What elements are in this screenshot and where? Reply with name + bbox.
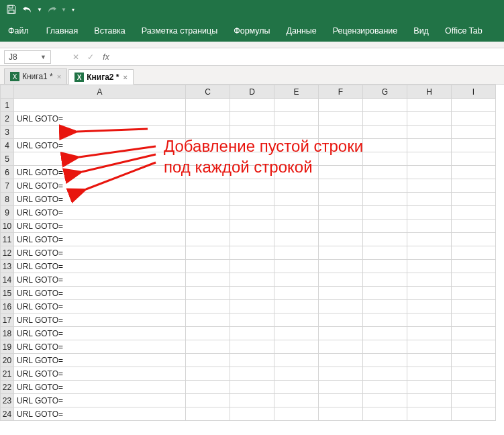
cell[interactable] [363, 381, 407, 394]
cell[interactable] [274, 327, 319, 340]
cell[interactable] [186, 273, 230, 287]
row-header[interactable]: 11 [1, 233, 14, 246]
cell[interactable] [363, 367, 407, 381]
cell[interactable] [319, 394, 363, 407]
cell[interactable]: URL GOTO= [14, 112, 186, 126]
cell[interactable] [407, 126, 452, 139]
cell[interactable] [363, 340, 407, 354]
cell[interactable] [319, 260, 363, 273]
cell[interactable] [274, 260, 319, 273]
cell[interactable] [319, 287, 363, 300]
cell[interactable] [452, 193, 496, 206]
workbook-tab-2[interactable]: X Книга2 * × [68, 69, 134, 85]
row-header[interactable]: 3 [1, 126, 14, 139]
cell[interactable] [319, 327, 363, 340]
cell[interactable]: URL GOTO= [14, 220, 186, 233]
cell[interactable] [452, 152, 496, 166]
cell[interactable] [230, 246, 274, 260]
cell[interactable] [274, 99, 319, 112]
cell[interactable] [407, 313, 452, 327]
cell[interactable] [407, 179, 452, 193]
cell[interactable] [407, 354, 452, 367]
cell[interactable] [452, 394, 496, 407]
row-header[interactable]: 14 [1, 273, 14, 287]
cell[interactable] [274, 381, 319, 394]
cell[interactable] [230, 367, 274, 381]
tab-view[interactable]: Вид [405, 21, 437, 42]
cell[interactable] [319, 354, 363, 367]
cell[interactable] [319, 407, 363, 421]
cell[interactable] [230, 112, 274, 126]
cell[interactable] [186, 327, 230, 340]
cell[interactable] [230, 394, 274, 407]
row-header[interactable]: 7 [1, 179, 14, 193]
undo-icon[interactable] [20, 2, 35, 17]
cell[interactable] [274, 179, 319, 193]
close-icon[interactable]: × [57, 72, 61, 81]
cell[interactable]: URL GOTO= [14, 407, 186, 421]
tab-page-layout[interactable]: Разметка страницы [134, 21, 225, 42]
cell[interactable]: URL GOTO= [14, 139, 186, 152]
cell[interactable] [274, 112, 319, 126]
row-header[interactable]: 17 [1, 313, 14, 327]
cell[interactable] [274, 287, 319, 300]
cell[interactable] [407, 273, 452, 287]
row-header[interactable]: 24 [1, 407, 14, 421]
save-icon[interactable] [4, 2, 19, 17]
cell[interactable]: URL GOTO= [14, 206, 186, 220]
cell[interactable] [407, 220, 452, 233]
cell[interactable]: URL GOTO= [14, 233, 186, 246]
cell[interactable] [230, 407, 274, 421]
cell[interactable] [363, 327, 407, 340]
cell[interactable] [452, 367, 496, 381]
cell[interactable] [230, 193, 274, 206]
cell[interactable] [363, 112, 407, 126]
col-header-E[interactable]: E [274, 85, 319, 99]
col-header-C[interactable]: C [186, 85, 230, 99]
name-box-dropdown-icon[interactable]: ▼ [40, 54, 46, 60]
cell[interactable] [230, 260, 274, 273]
cell[interactable] [452, 327, 496, 340]
row-header[interactable]: 19 [1, 340, 14, 354]
cell[interactable] [186, 179, 230, 193]
cell[interactable] [230, 340, 274, 354]
cell[interactable]: URL GOTO= [14, 273, 186, 287]
cell[interactable] [186, 193, 230, 206]
cell[interactable] [319, 220, 363, 233]
undo-dropdown-icon[interactable]: ▼ [36, 2, 43, 17]
row-header[interactable]: 23 [1, 394, 14, 407]
cell[interactable] [230, 327, 274, 340]
cell[interactable] [407, 381, 452, 394]
cell[interactable] [363, 287, 407, 300]
cell[interactable] [186, 220, 230, 233]
cell[interactable] [363, 246, 407, 260]
cell[interactable] [230, 220, 274, 233]
cell[interactable] [319, 112, 363, 126]
cell[interactable] [452, 166, 496, 179]
cell[interactable] [186, 233, 230, 246]
cell[interactable] [407, 233, 452, 246]
cell[interactable] [14, 99, 186, 112]
tab-insert[interactable]: Вставка [86, 21, 133, 42]
cell[interactable] [230, 99, 274, 112]
cell[interactable] [274, 206, 319, 220]
spreadsheet-grid[interactable]: A C D E F G H I 12URL GOTO=34URL GOTO=56… [0, 85, 504, 421]
cell[interactable] [363, 394, 407, 407]
cell[interactable] [14, 152, 186, 166]
row-header[interactable]: 1 [1, 99, 14, 112]
cell[interactable] [274, 233, 319, 246]
cell[interactable] [363, 99, 407, 112]
cell[interactable] [319, 193, 363, 206]
cell[interactable]: URL GOTO= [14, 246, 186, 260]
cell[interactable] [363, 126, 407, 139]
cell[interactable]: URL GOTO= [14, 394, 186, 407]
cell[interactable] [363, 152, 407, 166]
cell[interactable] [186, 381, 230, 394]
cell[interactable] [407, 193, 452, 206]
cell[interactable] [230, 313, 274, 327]
cell[interactable] [186, 112, 230, 126]
cell[interactable] [274, 367, 319, 381]
cell[interactable] [274, 407, 319, 421]
cell[interactable]: URL GOTO= [14, 381, 186, 394]
cell[interactable] [230, 233, 274, 246]
